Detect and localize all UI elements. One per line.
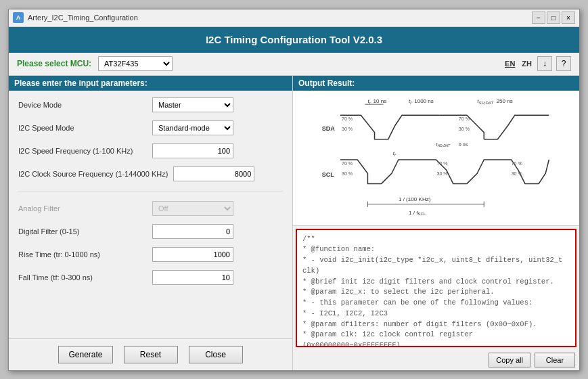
svg-text:70 %: 70 %: [437, 161, 449, 166]
separator-1: [18, 191, 283, 192]
i2c-speed-mode-select[interactable]: Standard-mode Fast-mode Fast-mode Plus: [152, 120, 233, 135]
code-line-1: /**: [302, 234, 570, 245]
app-icon-label: A: [16, 14, 21, 21]
fall-time-label: Fall Time (tf: 0-300 ns): [18, 273, 147, 282]
window-controls: − □ ×: [532, 12, 575, 24]
i2c-clock-source-label: I2C Clock Source Frequency (1-144000 KHz…: [18, 170, 168, 178]
i2c-clock-source-row: I2C Clock Source Frequency (1-144000 KHz…: [18, 166, 283, 181]
header-bar: I2C Timing Configuration Tool V2.0.3: [9, 27, 579, 53]
mcu-right-controls: EN ZH ↓ ?: [503, 56, 571, 71]
svg-text:SDA: SDA: [322, 125, 336, 131]
close-button[interactable]: Close: [189, 346, 243, 363]
form-area: Device Mode Master Slave I2C Speed Mode …: [9, 91, 292, 338]
i2c-speed-freq-input[interactable]: [152, 143, 233, 158]
clear-button[interactable]: Clear: [535, 353, 575, 367]
close-window-button[interactable]: ×: [562, 12, 575, 24]
i2c-speed-mode-row: I2C Speed Mode Standard-mode Fast-mode F…: [18, 120, 283, 135]
help-button[interactable]: ?: [556, 56, 571, 71]
reset-button[interactable]: Reset: [124, 346, 178, 363]
download-button[interactable]: ↓: [537, 56, 552, 71]
i2c-speed-freq-row: I2C Speed Frequency (1-100 KHz): [18, 143, 283, 158]
left-panel-header: Please enter the input parameters:: [9, 76, 292, 91]
svg-text:250 ns: 250 ns: [496, 98, 512, 104]
svg-text:tSU;DAT: tSU;DAT: [477, 98, 494, 105]
left-panel: Please enter the input parameters: Devic…: [9, 76, 293, 370]
rise-time-label: Rise Time (tr: 0-1000 ns): [18, 250, 147, 259]
analog-filter-label: Analog Filter: [18, 204, 147, 213]
svg-text:tr: tr: [367, 98, 371, 105]
fall-time-row: Fall Time (tf: 0-300 ns): [18, 270, 283, 285]
i2c-clock-source-input[interactable]: [173, 166, 254, 181]
rise-time-row: Rise Time (tr: 0-1000 ns): [18, 247, 283, 262]
analog-filter-row: Analog Filter Off On: [18, 201, 283, 216]
svg-text:70 %: 70 %: [342, 161, 353, 166]
i2c-speed-freq-label: I2C Speed Frequency (1-100 KHz): [18, 147, 147, 155]
svg-text:30 %: 30 %: [459, 126, 470, 131]
mcu-bar: Please select MCU: AT32F435 AT32F437 AT3…: [9, 53, 579, 76]
svg-text:70 %: 70 %: [459, 116, 470, 121]
right-panel: Output Result: tr 10 ns tf 1000 ns tSU;D…: [293, 76, 579, 370]
svg-text:1000 ns: 1000 ns: [414, 98, 434, 104]
main-content: Please enter the input parameters: Devic…: [9, 76, 579, 370]
main-window: A Artery_I2C_Timing_Configuration − □ × …: [8, 9, 580, 371]
svg-text:tHD;DAT: tHD;DAT: [436, 141, 451, 147]
svg-text:30 %: 30 %: [512, 171, 523, 176]
digital-filter-row: Digital Filter (0-15): [18, 224, 283, 239]
generate-button[interactable]: Generate: [58, 346, 112, 363]
analog-filter-select[interactable]: Off On: [152, 201, 233, 216]
code-output-area: /** * @function name: * - void i2c_init(…: [296, 229, 576, 347]
svg-text:1 / fSCL: 1 / fSCL: [409, 209, 426, 215]
device-mode-label: Device Mode: [18, 101, 147, 109]
svg-text:70 %: 70 %: [342, 116, 353, 121]
i2c-speed-mode-label: I2C Speed Mode: [18, 124, 147, 132]
svg-text:tr: tr: [393, 150, 397, 156]
timing-diagram: tr 10 ns tf 1000 ns tSU;DAT 250 ns SDA 7…: [293, 91, 579, 226]
digital-filter-input[interactable]: [152, 224, 233, 239]
svg-text:SCL: SCL: [322, 171, 335, 178]
svg-text:0 ns: 0 ns: [459, 141, 468, 146]
timing-diagram-svg: tr 10 ns tf 1000 ns tSU;DAT 250 ns SDA 7…: [297, 95, 575, 221]
rise-time-input[interactable]: [152, 247, 233, 262]
code-line-4: * @brief init i2c digit filters and cloc…: [302, 277, 570, 288]
app-title: I2C Timing Configuration Tool V2.0.3: [206, 34, 382, 45]
lang-zh-button[interactable]: ZH: [520, 59, 533, 68]
mcu-selection: Please select MCU: AT32F435 AT32F437 AT3…: [17, 56, 173, 71]
svg-text:30 %: 30 %: [437, 171, 449, 176]
code-line-6: * - this parameter can be one of the fol…: [302, 298, 570, 309]
device-mode-row: Device Mode Master Slave: [18, 97, 283, 112]
svg-text:10 ns: 10 ns: [374, 98, 387, 104]
code-line-5: * @param i2c_x: to select the i2c periph…: [302, 287, 570, 298]
svg-text:30 %: 30 %: [342, 126, 353, 131]
digital-filter-label: Digital Filter (0-15): [18, 227, 147, 236]
code-line-7: * - I2C1, I2C2, I2C3: [302, 309, 570, 319]
svg-text:tf: tf: [409, 98, 412, 105]
code-line-3: * - void i2c_init(i2c_type *i2c_x, uint8…: [302, 255, 570, 277]
button-row: Generate Reset Close: [9, 338, 292, 370]
svg-text:1 / (100 KHz): 1 / (100 KHz): [399, 196, 431, 202]
svg-text:30 %: 30 %: [342, 171, 353, 176]
app-icon: A: [13, 12, 24, 23]
copy-bar: Copy all Clear: [293, 350, 579, 370]
svg-text:70 %: 70 %: [512, 161, 523, 166]
code-line-2: * @function name:: [302, 244, 570, 255]
minimize-button[interactable]: −: [532, 12, 545, 24]
maximize-button[interactable]: □: [547, 12, 560, 24]
device-mode-select[interactable]: Master Slave: [152, 97, 233, 112]
fall-time-input[interactable]: [152, 270, 233, 285]
titlebar: A Artery_I2C_Timing_Configuration − □ ×: [9, 9, 579, 27]
window-title: Artery_I2C_Timing_Configuration: [28, 14, 138, 22]
right-panel-header: Output Result:: [293, 76, 579, 91]
code-line-9: * @param clk: i2c clock control register…: [302, 330, 570, 347]
titlebar-left: A Artery_I2C_Timing_Configuration: [13, 12, 138, 23]
lang-en-button[interactable]: EN: [503, 59, 516, 68]
code-line-8: * @param dfilters: number of digit filte…: [302, 319, 570, 330]
copy-all-button[interactable]: Copy all: [489, 353, 530, 367]
mcu-label: Please select MCU:: [17, 59, 91, 68]
mcu-select[interactable]: AT32F435 AT32F437 AT32F413: [98, 56, 173, 71]
